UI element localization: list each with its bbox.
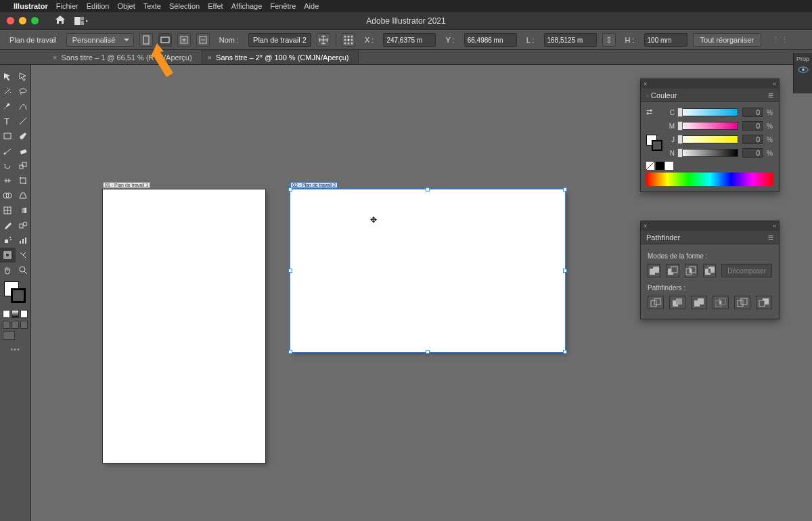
blend-tool-icon[interactable] bbox=[16, 218, 31, 233]
orientation-landscape-icon[interactable] bbox=[158, 33, 172, 47]
zoom-window-icon[interactable] bbox=[31, 17, 39, 24]
eyedropper-tool-icon[interactable] bbox=[0, 218, 16, 233]
resize-handle[interactable] bbox=[426, 350, 430, 354]
artboard-1[interactable]: 01 - Plan de travail 1 bbox=[103, 189, 265, 463]
menu-help[interactable]: Aide bbox=[304, 2, 319, 10]
fill-stroke-well[interactable] bbox=[3, 281, 28, 304]
close-window-icon[interactable] bbox=[7, 17, 14, 24]
none-swatch-icon[interactable] bbox=[646, 162, 654, 170]
black-swatch-icon[interactable] bbox=[656, 162, 664, 170]
crop-icon[interactable] bbox=[713, 296, 729, 309]
panel-grip[interactable]: ×« bbox=[641, 221, 779, 231]
resize-handle[interactable] bbox=[426, 187, 430, 191]
draw-behind-icon[interactable] bbox=[12, 321, 19, 329]
magenta-slider[interactable]: M 0 % bbox=[668, 121, 773, 131]
delete-artboard-icon[interactable] bbox=[196, 33, 210, 47]
home-icon[interactable] bbox=[55, 15, 66, 26]
swap-colors-icon[interactable]: ⇄ bbox=[646, 108, 652, 116]
shaper-tool-icon[interactable] bbox=[0, 143, 16, 158]
magic-wand-tool-icon[interactable] bbox=[0, 84, 16, 99]
white-swatch-icon[interactable] bbox=[665, 162, 673, 170]
type-tool-icon[interactable]: T bbox=[0, 114, 16, 129]
paintbrush-tool-icon[interactable] bbox=[16, 129, 31, 143]
merge-icon[interactable] bbox=[691, 296, 707, 309]
exclude-icon[interactable] bbox=[703, 264, 716, 277]
yellow-slider[interactable]: J 0 % bbox=[668, 135, 773, 144]
gradient-tool-icon[interactable] bbox=[16, 203, 31, 218]
mini-stroke-icon[interactable] bbox=[652, 140, 662, 151]
menu-view[interactable]: Affichage bbox=[231, 2, 263, 10]
minimize-window-icon[interactable] bbox=[19, 17, 26, 24]
app-menu[interactable]: Illustrator bbox=[14, 2, 48, 10]
pen-tool-icon[interactable] bbox=[0, 99, 16, 114]
artboard-preset-dropdown[interactable]: Personnalisé bbox=[66, 33, 134, 47]
menu-window[interactable]: Fenêtre bbox=[270, 2, 296, 10]
curvature-tool-icon[interactable] bbox=[16, 99, 31, 114]
resize-handle[interactable] bbox=[288, 350, 292, 354]
resize-handle[interactable] bbox=[563, 350, 567, 354]
eraser-tool-icon[interactable] bbox=[16, 143, 31, 158]
trim-icon[interactable] bbox=[669, 296, 685, 309]
y-field[interactable]: 66,4986 mn bbox=[464, 33, 517, 47]
menu-object[interactable]: Objet bbox=[117, 2, 135, 10]
free-transform-tool-icon[interactable] bbox=[16, 173, 31, 188]
graph-tool-icon[interactable] bbox=[16, 233, 31, 248]
resize-handle[interactable] bbox=[563, 269, 567, 273]
zoom-tool-icon[interactable] bbox=[16, 263, 31, 277]
properties-tab[interactable]: Prop bbox=[796, 55, 809, 62]
close-tab-icon[interactable]: × bbox=[208, 53, 212, 62]
spectrum-picker[interactable] bbox=[646, 173, 773, 186]
pathfinder-title[interactable]: Pathfinder bbox=[646, 233, 680, 242]
width-tool-icon[interactable] bbox=[0, 173, 16, 188]
document-tab-1[interactable]: × Sans titre – 1 @ 66,51 % (RVB/Aperçu) bbox=[47, 50, 202, 64]
menu-edit[interactable]: Edition bbox=[87, 2, 110, 10]
h-field[interactable]: 100 mm bbox=[644, 33, 687, 47]
divide-icon[interactable] bbox=[648, 296, 664, 309]
artboard-name-field[interactable]: Plan de travail 2 bbox=[248, 33, 311, 47]
perspective-tool-icon[interactable] bbox=[16, 188, 31, 203]
color-gradient-icon[interactable] bbox=[12, 310, 19, 318]
draw-normal-icon[interactable] bbox=[3, 321, 10, 329]
mesh-tool-icon[interactable] bbox=[0, 203, 16, 218]
selection-tool-icon[interactable] bbox=[0, 69, 16, 84]
hand-tool-icon[interactable] bbox=[0, 263, 16, 277]
x-field[interactable]: 247,6375 m bbox=[383, 33, 436, 47]
new-artboard-icon[interactable] bbox=[177, 33, 191, 47]
rotate-tool-icon[interactable] bbox=[0, 158, 16, 173]
color-solid-icon[interactable] bbox=[3, 310, 10, 318]
line-tool-icon[interactable] bbox=[16, 114, 31, 129]
lasso-tool-icon[interactable] bbox=[16, 84, 31, 99]
resize-handle[interactable] bbox=[288, 187, 292, 191]
symbol-sprayer-tool-icon[interactable] bbox=[0, 233, 16, 248]
control-bar-grip-icon[interactable]: ⋮⋮ bbox=[772, 36, 790, 45]
rectangle-tool-icon[interactable] bbox=[0, 129, 16, 143]
eye-icon[interactable] bbox=[798, 66, 809, 74]
edit-toolbar-icon[interactable]: ••• bbox=[0, 341, 30, 353]
arrange-documents-icon[interactable] bbox=[72, 15, 90, 27]
document-tab-2[interactable]: × Sans titre – 2* @ 100 % (CMJN/Aperçu) bbox=[202, 50, 359, 64]
panel-menu-icon[interactable]: ≡ bbox=[768, 90, 773, 101]
shape-builder-tool-icon[interactable] bbox=[0, 188, 16, 203]
scale-tool-icon[interactable] bbox=[16, 158, 31, 173]
menu-effect[interactable]: Effet bbox=[208, 2, 223, 10]
unite-icon[interactable] bbox=[648, 264, 660, 277]
rearrange-all-button[interactable]: Tout réorganiser bbox=[693, 33, 762, 47]
direct-selection-tool-icon[interactable] bbox=[16, 69, 31, 84]
resize-handle[interactable] bbox=[563, 187, 567, 191]
stroke-color-icon[interactable] bbox=[11, 288, 26, 303]
resize-handle[interactable] bbox=[288, 269, 292, 273]
close-tab-icon[interactable]: × bbox=[53, 53, 57, 62]
black-slider[interactable]: N 0 % bbox=[668, 148, 773, 158]
draw-inside-icon[interactable] bbox=[20, 321, 28, 329]
outline-icon[interactable] bbox=[734, 296, 750, 309]
artboard-2[interactable]: 02 - Plan de travail 2 bbox=[290, 189, 565, 352]
move-with-artboard-icon[interactable] bbox=[317, 33, 330, 47]
minus-back-icon[interactable] bbox=[756, 296, 772, 309]
panel-menu-icon[interactable]: ≡ bbox=[768, 232, 773, 243]
orientation-portrait-icon[interactable] bbox=[139, 33, 153, 47]
menu-file[interactable]: Fichier bbox=[56, 2, 78, 10]
artboard-tool-icon[interactable] bbox=[0, 248, 16, 263]
w-field[interactable]: 168,5125 m bbox=[544, 33, 597, 47]
link-dimensions-icon[interactable] bbox=[602, 33, 616, 47]
reference-point-icon[interactable] bbox=[342, 33, 355, 47]
